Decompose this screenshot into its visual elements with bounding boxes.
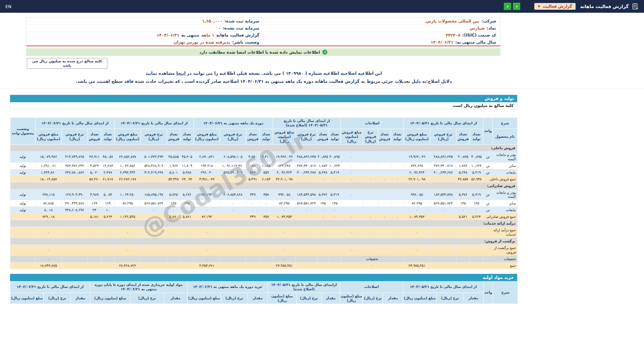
column-header: نرخ (ریال): [363, 293, 383, 304]
table-cell: ۰: [378, 176, 391, 182]
table-cell: ۱,۷۸۴: [457, 162, 470, 169]
header-row-groups: شرحواحداز ابتدای سال مالی تا تاریخ ۱۴۰۴/…: [10, 281, 518, 293]
table-row: مایعاتتن۵,۴۱۹۵,۲۳۸۴۰۰,۲۳۳,۶۷۷۲,۰۹۶,۴۲۴۰۵…: [10, 169, 518, 176]
company-field-value: بین المللی محصولات پارس: [426, 19, 479, 23]
report-nav-buttons: › ‹: [504, 3, 520, 10]
row-label-cell: جمع برگشت از فروش: [483, 245, 518, 256]
table-cell: ۴۸۸,۸۴۶,۲۳۵: [430, 151, 457, 162]
group-header: اصلاحات: [341, 118, 404, 129]
previous-notice-link[interactable]: اینجا: [176, 71, 185, 76]
table-cell: ۰: [341, 169, 363, 176]
table-cell: [363, 227, 378, 238]
status-cell: تولید: [10, 169, 36, 176]
column-header: نرخ (ریال): [44, 293, 71, 304]
unit-note: کلیه مبالغ درج شده به میلیون ریال می باش…: [27, 58, 107, 69]
table-cell: [378, 169, 391, 176]
column-header: مبلغ فروش (میلیون ریال): [341, 129, 363, 144]
column-header: نرخ فروش (ریال): [141, 129, 167, 144]
column-header: تعداد تولید: [470, 129, 483, 144]
table-cell: [88, 262, 101, 269]
table-cell: ۱,۱۸۵: [260, 162, 273, 169]
table-cell: ۵۵۹: [260, 169, 273, 176]
column-header: مبلغ فروش (میلیون ریال): [404, 129, 430, 144]
table-cell: ۵,۸۷۰: [167, 214, 180, 220]
column-header: شرح: [493, 118, 518, 129]
language-toggle-en[interactable]: EN: [5, 4, 11, 9]
column-header: تعداد فروش: [167, 129, 180, 144]
table-cell: ۶,۱۵۴: [260, 176, 273, 182]
group-header: ازابتدای سال مالی تا تاریخ ۱۴۰۴/۰۵/۳۱ (ا…: [268, 281, 340, 293]
column-header: مبلغ فروش (میلیون ریال): [36, 129, 62, 144]
table-cell: ۳۱۴,۷۴۹,۷۶۵: [62, 151, 88, 162]
amendment-line-1-post: مشاهده نمایید: [146, 71, 176, 76]
table-cell: ۵۷,۴۶۰: [88, 176, 101, 182]
table-cell: [457, 255, 470, 262]
table-cell: ۰: [273, 227, 296, 238]
table-cell: ۵,۴۱۹: [329, 169, 341, 176]
table-cell: ۲۳,۹۷۵,۴۵۱: [404, 262, 430, 269]
table-cell: ۴۵,۰۵۷: [101, 151, 115, 162]
column-header: نرخ فروش (ریال): [430, 129, 457, 144]
column-header: واحد: [483, 118, 493, 145]
table-cell: ۰: [194, 200, 220, 207]
table-cell: ۹۹۲,۰۵۸: [273, 189, 296, 200]
column-header: وضعیت محصول-واحد: [10, 118, 36, 145]
table-cell: ۴۷,۸۵۷: [457, 176, 470, 182]
table-cell: [101, 262, 115, 269]
table-cell: ۰: [273, 255, 296, 262]
table-cell: ۱,۰۷۴,۳۵۳: [404, 214, 430, 220]
chevron-down-icon: ▼: [538, 5, 540, 8]
table-cell: [62, 176, 88, 182]
table-cell: ۰: [220, 207, 246, 214]
table-cell: ۲,۳۹۲,۴۴۴: [115, 169, 141, 176]
table-cell: [62, 214, 88, 220]
table-cell: ۵۲۵,۷۹۰,۴۰۹: [220, 169, 246, 176]
company-field-value: ۱,۶۵۰,۰۰۰: [202, 19, 222, 23]
column-header: نرخ فروش (ریال): [296, 129, 317, 144]
table-cell: [378, 245, 391, 256]
previous-report-button[interactable]: ‹: [504, 3, 511, 10]
table-cell: ۰: [341, 189, 363, 200]
amendment-line-1: این اطلاعیه اصلاحیه اطلاعیه شماره ( ۱۴۰۹…: [10, 71, 517, 76]
table-cell: [329, 255, 341, 262]
table-cell: [115, 255, 141, 262]
table-cell: [246, 262, 260, 269]
group-header: از ابتدای سال مالی تا تاریخ ۱۴۰۴/۰۵/۳۱ (…: [273, 118, 341, 129]
table-cell: ۱۷۸: [246, 162, 260, 169]
report-type-dropdown[interactable]: گزارش فعالیت ▼: [534, 3, 575, 10]
table-cell: ۵۰۱,۳۲۴,۴۹۳: [141, 151, 167, 162]
table-cell: ۲۷,۴۲۸,۷۲۲: [115, 262, 141, 269]
table-cell: ۰: [194, 227, 220, 238]
table-cell: [378, 162, 391, 169]
table-cell: ۵,۴۹۱: [246, 176, 260, 182]
table-cell: [246, 255, 260, 262]
table-cell: ۴۹۰,۴۴۳,۷۸۷: [62, 200, 88, 207]
company-field-label: وضعیت ناشر:: [232, 40, 259, 45]
table-cell: ۳۴۹: [246, 214, 260, 220]
table-cell: ۰: [115, 245, 141, 256]
signed-info-banner: i اطلاعات نمایش داده شده با اطلاعات امضا…: [26, 48, 500, 56]
raw-material-purchase-table: شرحواحداز ابتدای سال مالی تا تاریخ ۱۴۰۴/…: [10, 281, 518, 304]
row-label-cell: جمع درآمد ارائه خدمات: [483, 227, 518, 238]
company-info-cell-right: شرکت:بین المللی محصولات پارس: [263, 18, 500, 24]
group-header: از ابتدای سال مالی تا تاریخ ۱۴۰۳/۰۶/۳۱: [10, 281, 90, 293]
table-cell: ۰: [115, 207, 141, 214]
column-header: نرخ (ریال): [297, 293, 322, 304]
table-cell: ۶۱,۷۱۷: [101, 176, 115, 182]
table-cell: ۵۶۷,۵۵۱,۷۲۴: [430, 200, 457, 207]
column-header: نرخ (ریال): [130, 293, 164, 304]
column-header: مبلغ (میلیون ریال): [403, 293, 437, 304]
table-cell: [391, 169, 404, 176]
table-row: مایعاتتن۰۰۰۰۰۰۰۰۰۰۰۰۰۰۰۰۱۰۲۳۳۴۸,۶۰۸,۶۹۶۸…: [10, 207, 518, 214]
table-cell: [220, 262, 246, 269]
group-header: از ابتدای سال مالی تا تاریخ ۱۴۰۴/۰۵/۳۱: [404, 118, 483, 129]
company-field-value: ۰: [218, 26, 221, 31]
column-header: تعداد فروش: [378, 129, 391, 144]
table-cell: ۰: [246, 207, 260, 214]
table-cell: ۵,۸۰۱: [167, 169, 180, 176]
table-cell: ۸۴۲,۶۳۸: [404, 162, 430, 169]
company-field-label: منتهی به: [181, 33, 199, 38]
column-header: نرخ فروش (ریال): [62, 129, 88, 144]
table-cell: [167, 262, 180, 269]
next-report-button[interactable]: ›: [513, 3, 520, 10]
